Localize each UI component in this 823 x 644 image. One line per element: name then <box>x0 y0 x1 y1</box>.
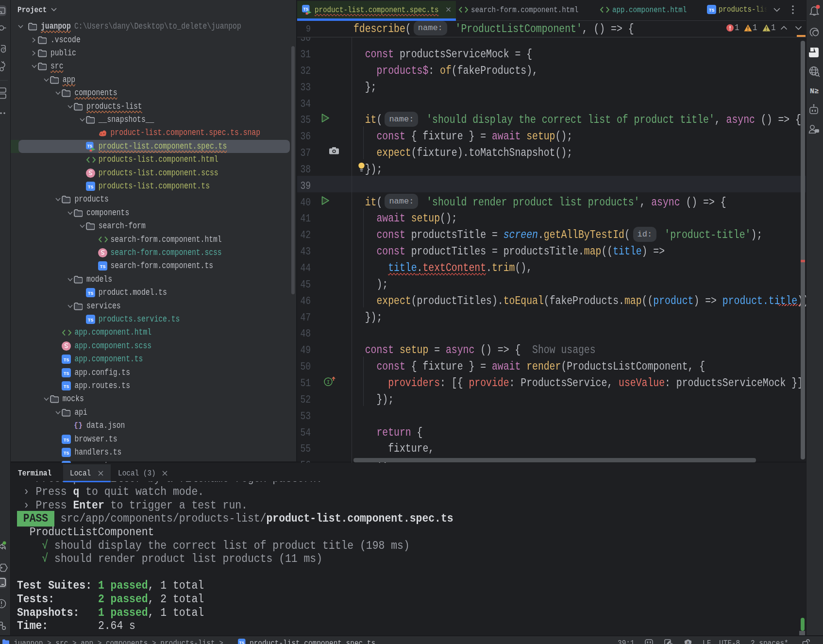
svg-text:N≥: N≥ <box>810 87 819 96</box>
svg-text:A: A <box>687 641 689 644</box>
svg-text:?: ? <box>2 49 4 52</box>
svg-text:I: I <box>327 379 330 385</box>
svg-text:TS: TS <box>239 641 244 644</box>
